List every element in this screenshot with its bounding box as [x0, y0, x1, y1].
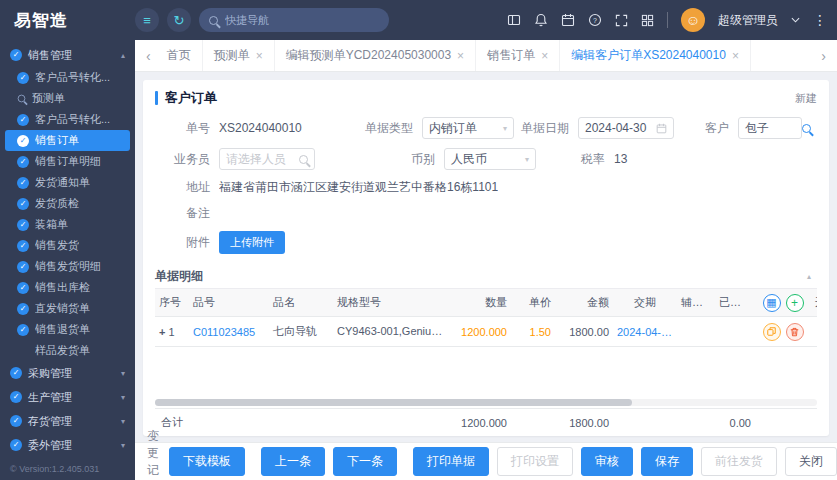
close-icon[interactable]: × [732, 49, 739, 63]
close-icon[interactable]: × [256, 49, 263, 63]
username[interactable]: 超级管理员 [718, 12, 778, 29]
cell-item-no[interactable]: C011023485 [189, 326, 269, 338]
sidebar-item-label: 预测单 [32, 91, 65, 106]
check-circle-icon: ✓ [10, 367, 22, 379]
customer-lookup-icon[interactable] [802, 124, 811, 133]
tab-sales-order[interactable]: 销售订单 × [476, 40, 560, 71]
sidebar-item-label: 销售出库检 [35, 280, 90, 295]
sidebar-item-sales-order[interactable]: ✓ 销售订单 [5, 130, 130, 151]
search-input[interactable] [225, 14, 355, 26]
sidebar-item-sales-delivery[interactable]: ✓ 销售发货 [0, 235, 135, 256]
refresh-button[interactable]: ↻ [167, 8, 191, 32]
upload-attachment-button[interactable]: 上传附件 [219, 231, 285, 254]
sidebar-item-sales-delivery-detail[interactable]: ✓ 销售发货明细 [0, 256, 135, 277]
tab-edit-customer-order[interactable]: 编辑客户订单XS2024040010 × [560, 40, 751, 71]
sidebar-group-inventory[interactable]: ✓ 存货管理 ▾ [0, 409, 135, 433]
fullscreen-icon[interactable] [615, 14, 628, 27]
scrollbar-thumb[interactable] [155, 399, 632, 406]
order-date-picker[interactable]: 2024-04-30 [578, 117, 674, 139]
sidebar-item-label: 销售订单明细 [35, 154, 101, 169]
more-menu-icon[interactable]: ⋮ [813, 12, 827, 28]
total-amount: 1800.00 [555, 417, 613, 429]
close-button[interactable]: 关闭 [785, 447, 837, 476]
delete-row-button[interactable] [786, 323, 804, 341]
sidebar-item-sales-return[interactable]: ✓ 销售退货单 [0, 319, 135, 340]
sidebar-item-label: 装箱单 [35, 217, 68, 232]
sidebar-item-label: 销售订单 [35, 133, 79, 148]
cell-qty[interactable]: 1200.000 [451, 326, 511, 338]
sidebar-item-delivery-notice[interactable]: ✓ 发货通知单 [0, 172, 135, 193]
download-template-button[interactable]: 下载模板 [169, 447, 245, 476]
sidebar-group-production[interactable]: ✓ 生产管理 ▾ [0, 385, 135, 409]
chevron-down-icon: ▾ [121, 369, 125, 378]
help-icon[interactable]: ? [588, 13, 602, 27]
tabs-scroll-left-icon[interactable]: ‹ [141, 48, 156, 64]
order-no-value: XS2024040010 [219, 121, 302, 135]
col-item-no: 品号 [189, 295, 269, 310]
chevron-down-icon[interactable] [791, 17, 800, 23]
expand-row-icon[interactable]: + [159, 326, 165, 338]
tab-home[interactable]: 首页 [156, 40, 203, 71]
chevron-down-icon: ▾ [121, 417, 125, 426]
check-circle-icon: ✓ [17, 72, 29, 84]
apps-grid-icon[interactable] [641, 14, 654, 27]
field-order-no: 单号 XS2024040010 [155, 120, 358, 137]
sidebar-item-delivery-qc[interactable]: ✓ 发货质检 [0, 193, 135, 214]
page-title: 客户订单 [165, 89, 217, 107]
sidebar-item-customer-item-conversion[interactable]: ✓ 客户品号转化... [0, 67, 135, 88]
add-row-button[interactable]: + [786, 294, 804, 312]
col-delivery: 交期 [613, 295, 677, 310]
avatar[interactable]: ☺ [681, 8, 705, 32]
field-label: 备注 [155, 205, 210, 222]
layout-panel-icon[interactable] [507, 13, 521, 27]
quick-nav-search[interactable] [199, 8, 389, 32]
cell-delivery[interactable]: 2024-04-30 [613, 326, 677, 338]
check-circle-icon: ✓ [17, 261, 29, 273]
sidebar-group-purchase[interactable]: ✓ 采购管理 ▾ [0, 361, 135, 385]
search-icon [299, 155, 308, 164]
col-executed: 已执行 [715, 295, 755, 310]
refresh-icon: ↻ [174, 13, 185, 28]
collapse-icon[interactable]: ▴ [807, 272, 811, 281]
cell-actions [755, 323, 811, 341]
tab-edit-forecast[interactable]: 编辑预测单YCD202405030003 × [275, 40, 476, 71]
horizontal-scrollbar[interactable] [155, 399, 817, 406]
close-icon[interactable]: × [457, 49, 464, 63]
sidebar-item-sample-delivery[interactable]: 样品发货单 [0, 340, 135, 361]
copy-row-button[interactable] [763, 323, 781, 341]
collapse-menu-button[interactable]: ≡ [135, 8, 159, 32]
close-icon[interactable]: × [541, 49, 548, 63]
order-type-select[interactable]: 内销订单 ▾ [422, 117, 514, 139]
sidebar-group-sales[interactable]: ✓ 销售管理 ▴ [0, 43, 135, 67]
print-document-button[interactable]: 打印单据 [413, 447, 489, 476]
calendar-icon[interactable] [561, 13, 575, 27]
sidebar-item-sales-outbound-check[interactable]: ✓ 销售出库检 [0, 277, 135, 298]
audit-button[interactable]: 审核 [581, 447, 633, 476]
document-icon: ✓ [10, 415, 22, 427]
sidebar-group-outsource[interactable]: ✓ 委外管理 ▾ [0, 433, 135, 457]
cell-price[interactable]: 1.50 [511, 326, 555, 338]
customer-input[interactable]: 包子 [738, 117, 802, 139]
sidebar-item-customer-item-conversion-2[interactable]: ✓ 客户品号转化... [0, 109, 135, 130]
new-button[interactable]: 新建 [795, 91, 817, 106]
sidebar-item-packing-list[interactable]: ✓ 装箱单 [0, 214, 135, 235]
column-settings-button[interactable]: ▦ [763, 294, 781, 312]
footer-action-bar: 变更记录 下载模板 上一条 下一条 打印单据 打印设置 审核 保存 前往发货 关… [135, 442, 837, 480]
sidebar-item-forecast[interactable]: 预测单 [0, 88, 135, 109]
field-salesman: 业务员 请选择人员 [155, 148, 380, 170]
currency-select[interactable]: 人民币 ▾ [444, 148, 536, 170]
table-row[interactable]: +1 C011023485 七向导轨 CY9463-001,Genius（透明.… [155, 317, 817, 347]
change-log-link[interactable]: 变更记录 [147, 428, 159, 480]
save-button[interactable]: 保存 [641, 447, 693, 476]
salesman-input[interactable]: 请选择人员 [219, 148, 315, 170]
header-divider [667, 12, 668, 28]
col-actions: ▦ + [755, 294, 811, 312]
next-record-button[interactable]: 下一条 [333, 447, 397, 476]
bell-icon[interactable] [534, 13, 548, 27]
sidebar-item-direct-sales[interactable]: ✓ 直发销货单 [0, 298, 135, 319]
prev-record-button[interactable]: 上一条 [261, 447, 325, 476]
calendar-icon [656, 123, 667, 134]
tabs-scroll-right-icon[interactable]: › [816, 48, 831, 64]
tab-forecast[interactable]: 预测单 × [203, 40, 275, 71]
sidebar-item-sales-order-detail[interactable]: ✓ 销售订单明细 [0, 151, 135, 172]
